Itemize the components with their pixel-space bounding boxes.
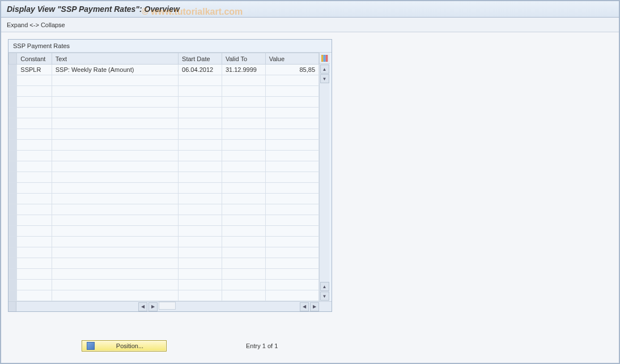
cell-text: SSP: Weekly Rate (Amount) [52, 65, 178, 75]
cell-text [52, 269, 178, 280]
scroll-down-bottom-icon[interactable]: ▼ [320, 292, 329, 301]
row-selector[interactable] [9, 86, 17, 97]
cell-constant [17, 108, 52, 118]
table-row[interactable] [9, 237, 319, 247]
scroll-right-icon-2[interactable]: ▶ [310, 302, 319, 311]
table-row[interactable] [9, 183, 319, 194]
position-icon [87, 342, 95, 350]
cell-value [265, 247, 319, 258]
row-selector[interactable] [9, 215, 17, 226]
row-selector[interactable] [9, 108, 17, 118]
row-selector[interactable] [9, 172, 17, 183]
table-row[interactable] [9, 75, 319, 86]
col-header-constant[interactable]: Constant [17, 53, 52, 65]
cell-constant [17, 172, 52, 183]
cell-valid-to [222, 258, 265, 269]
cell-valid-to [222, 118, 265, 129]
expand-collapse-button[interactable]: Expand <-> Collapse [7, 22, 65, 28]
table-row[interactable] [9, 108, 319, 118]
cell-text [52, 280, 178, 290]
cell-start-date [179, 226, 222, 237]
scroll-up-bottom-icon[interactable]: ▲ [320, 282, 329, 291]
row-selector[interactable] [9, 290, 17, 301]
table-row[interactable] [9, 280, 319, 290]
horizontal-scrollbar[interactable]: ◀ ▶ ◀ ▶ [9, 301, 332, 311]
col-header-valid-to[interactable]: Valid To [222, 53, 265, 65]
cell-value [265, 108, 319, 118]
cell-value [265, 204, 319, 215]
table-row[interactable] [9, 118, 319, 129]
cell-valid-to [222, 215, 265, 226]
table-row[interactable] [9, 86, 319, 97]
page-title: Display View "SSP Payment Rates": Overvi… [1, 1, 619, 18]
cell-value [265, 258, 319, 269]
row-selector[interactable] [9, 129, 17, 140]
cell-value [265, 172, 319, 183]
svg-rect-0 [321, 55, 323, 62]
cell-valid-to [222, 280, 265, 290]
row-selector[interactable] [9, 194, 17, 204]
row-selector[interactable] [9, 247, 17, 258]
vertical-scrollbar[interactable]: ▲ ▼ ▲ ▼ [319, 53, 329, 301]
table-row[interactable] [9, 161, 319, 172]
cell-value [265, 290, 319, 301]
cell-text [52, 194, 178, 204]
position-button[interactable]: Position... [82, 340, 167, 352]
row-selector[interactable] [9, 75, 17, 86]
table-row[interactable] [9, 290, 319, 301]
row-selector[interactable] [9, 204, 17, 215]
cell-start-date [179, 108, 222, 118]
row-selector[interactable] [9, 183, 17, 194]
scroll-up-icon[interactable]: ▲ [320, 65, 329, 74]
table-row[interactable] [9, 226, 319, 237]
cell-start-date [179, 140, 222, 151]
table-row[interactable] [9, 129, 319, 140]
cell-start-date [179, 118, 222, 129]
table-row[interactable] [9, 97, 319, 108]
col-header-value[interactable]: Value [265, 53, 319, 65]
row-selector[interactable] [9, 65, 17, 75]
table-row[interactable] [9, 140, 319, 151]
col-header-start-date[interactable]: Start Date [179, 53, 222, 65]
table-row[interactable] [9, 204, 319, 215]
table-row[interactable] [9, 258, 319, 269]
scroll-left-icon-2[interactable]: ◀ [300, 302, 309, 311]
row-selector[interactable] [9, 269, 17, 280]
hscroll-track[interactable] [159, 302, 176, 310]
cell-start-date [179, 258, 222, 269]
row-selector[interactable] [9, 258, 17, 269]
cell-text [52, 226, 178, 237]
row-selector[interactable] [9, 97, 17, 108]
cell-constant [17, 280, 52, 290]
row-selector[interactable] [9, 151, 17, 161]
cell-valid-to [222, 86, 265, 97]
cell-start-date [179, 204, 222, 215]
table-row[interactable] [9, 151, 319, 161]
table-row[interactable] [9, 269, 319, 280]
table-row[interactable] [9, 172, 319, 183]
cell-text [52, 204, 178, 215]
cell-valid-to [222, 172, 265, 183]
row-selector[interactable] [9, 280, 17, 290]
table-row[interactable] [9, 247, 319, 258]
cell-valid-to [222, 75, 265, 86]
svg-rect-1 [324, 55, 325, 62]
configure-columns-icon[interactable] [320, 53, 330, 64]
row-selector[interactable] [9, 226, 17, 237]
col-header-text[interactable]: Text [52, 53, 178, 65]
cell-text [52, 258, 178, 269]
scroll-left-icon[interactable]: ◀ [138, 302, 147, 311]
table-row[interactable] [9, 215, 319, 226]
scroll-right-icon[interactable]: ▶ [148, 302, 158, 311]
cell-start-date [179, 151, 222, 161]
table-row[interactable]: SSPLRSSP: Weekly Rate (Amount)06.04.2012… [9, 65, 319, 75]
cell-valid-to [222, 204, 265, 215]
row-selector[interactable] [9, 161, 17, 172]
table-row[interactable] [9, 194, 319, 204]
row-selector[interactable] [9, 118, 17, 129]
cell-constant [17, 86, 52, 97]
row-selector[interactable] [9, 140, 17, 151]
scroll-down-icon[interactable]: ▼ [320, 74, 329, 83]
cell-valid-to [222, 129, 265, 140]
row-selector[interactable] [9, 237, 17, 247]
